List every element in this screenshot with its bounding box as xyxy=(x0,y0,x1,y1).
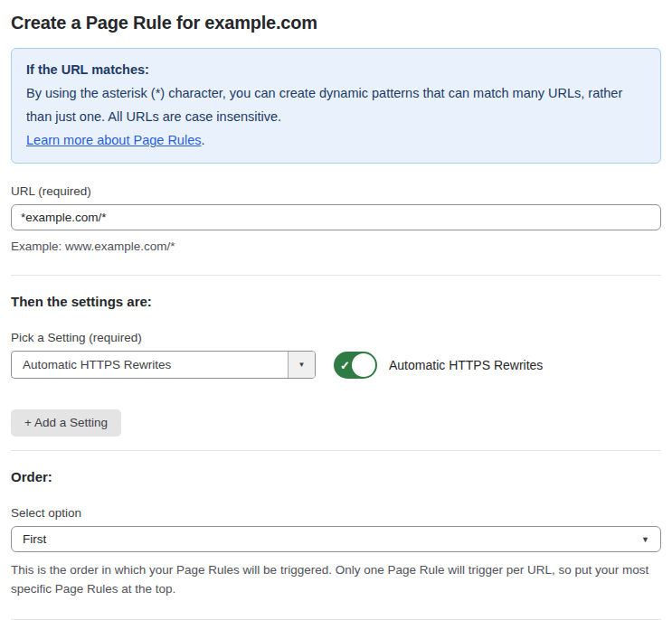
page-title: Create a Page Rule for example.com xyxy=(11,0,661,34)
create-page-rule-panel: Create a Page Rule for example.com If th… xyxy=(0,0,672,620)
check-icon: ✓ xyxy=(340,359,350,371)
info-box-link-row: Learn more about Page Rules. xyxy=(26,128,646,152)
url-input[interactable] xyxy=(11,204,661,230)
order-helper-text: This is the order in which your Page Rul… xyxy=(11,560,658,598)
setting-toggle[interactable]: ✓ xyxy=(334,352,377,379)
divider xyxy=(11,275,661,276)
url-example-helper: Example: www.example.com/* xyxy=(11,237,658,256)
learn-more-page-rules-link[interactable]: Learn more about Page Rules xyxy=(26,133,201,147)
settings-section-heading: Then the settings are: xyxy=(11,293,661,310)
order-section-heading: Order: xyxy=(11,468,661,485)
setting-select-value: Automatic HTTPS Rewrites xyxy=(12,352,288,378)
setting-toggle-label: Automatic HTTPS Rewrites xyxy=(389,358,543,372)
order-select-value: First xyxy=(23,532,46,546)
link-period: . xyxy=(201,133,204,147)
toggle-knob xyxy=(352,353,375,377)
setting-toggle-group: ✓ Automatic HTTPS Rewrites xyxy=(334,352,543,379)
add-setting-button[interactable]: + Add a Setting xyxy=(11,409,121,437)
url-label: URL (required) xyxy=(11,183,661,199)
pick-setting-label: Pick a Setting (required) xyxy=(11,330,661,345)
info-box-body: By using the asterisk (*) character, you… xyxy=(26,81,646,128)
order-select-label: Select option xyxy=(11,505,661,521)
setting-select[interactable]: Automatic HTTPS Rewrites ▼ xyxy=(11,351,316,379)
divider xyxy=(11,450,661,451)
order-select[interactable]: First ▼ xyxy=(11,526,661,552)
url-match-info-box: If the URL matches: By using the asteris… xyxy=(11,48,661,164)
info-box-heading: If the URL matches: xyxy=(26,58,646,81)
setting-row: Automatic HTTPS Rewrites ▼ ✓ Automatic H… xyxy=(11,351,661,379)
chevron-down-icon: ▼ xyxy=(641,535,649,544)
chevron-down-icon[interactable]: ▼ xyxy=(288,352,315,378)
